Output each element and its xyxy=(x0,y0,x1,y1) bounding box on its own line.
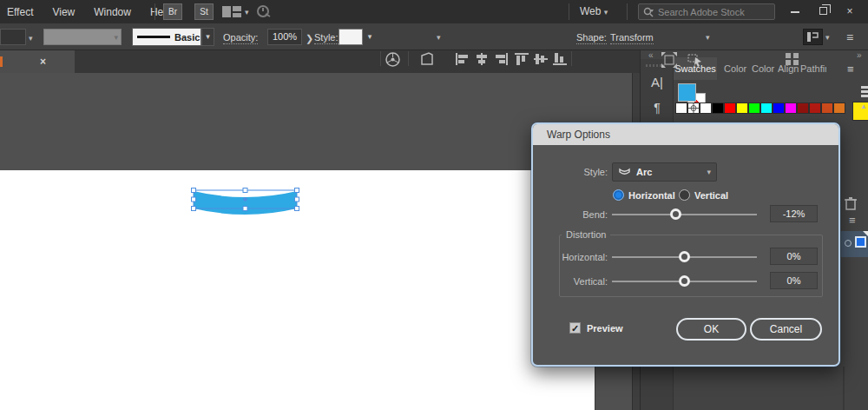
align-right-icon[interactable] xyxy=(494,53,508,67)
align-left-icon[interactable] xyxy=(456,53,470,67)
opacity-value-input[interactable]: 100% xyxy=(267,29,302,45)
arc-icon xyxy=(618,167,631,177)
swatch-none[interactable] xyxy=(675,102,687,114)
bend-slider-track[interactable] xyxy=(612,214,757,215)
vertical-radio-label[interactable]: Vertical xyxy=(694,190,728,201)
recolor-artwork-icon[interactable] xyxy=(385,52,400,69)
chevron-down-icon[interactable]: ▾ xyxy=(29,34,33,43)
distortion-vertical-knob[interactable] xyxy=(679,275,690,287)
panel-menu-icon[interactable]: ≡ xyxy=(849,214,856,227)
selection-handle[interactable] xyxy=(243,188,247,193)
selection-handle[interactable] xyxy=(192,197,196,202)
swatch-black[interactable] xyxy=(712,102,724,114)
style-label[interactable]: Style: xyxy=(314,32,339,44)
close-button[interactable]: × xyxy=(838,3,861,20)
close-tab-icon[interactable]: × xyxy=(40,56,46,68)
divider xyxy=(155,3,155,20)
tab-pathfinder[interactable]: Pathfinder xyxy=(800,57,826,80)
swatch-cyan[interactable] xyxy=(760,102,773,114)
layers-panel-row[interactable] xyxy=(841,231,868,257)
touch-workspace-icon[interactable] xyxy=(786,53,799,67)
adobe-stock-search-input[interactable]: Search Adobe Stock xyxy=(638,3,775,20)
swatch-orange-red[interactable] xyxy=(821,102,833,114)
bend-value-input[interactable]: -12% xyxy=(770,205,818,222)
horizontal-radio[interactable] xyxy=(613,189,624,201)
selection-handle[interactable] xyxy=(192,207,196,211)
opacity-stepper[interactable]: ❯ xyxy=(306,33,313,44)
distortion-horizontal-input[interactable]: 0% xyxy=(770,248,818,265)
select-similar-icon[interactable] xyxy=(687,52,703,69)
swatch-blue[interactable] xyxy=(773,102,785,114)
paragraph-panel-icon[interactable]: ¶ xyxy=(641,101,674,115)
swatch-red[interactable] xyxy=(724,102,736,114)
dialog-title[interactable]: Warp Options xyxy=(533,124,838,145)
align-center-icon[interactable] xyxy=(475,53,489,67)
ok-button[interactable]: OK xyxy=(676,318,746,341)
selection-handle[interactable] xyxy=(295,197,299,202)
selection-handle[interactable] xyxy=(243,207,247,211)
align-middle-icon[interactable] xyxy=(534,53,548,67)
menu-item-view[interactable]: View xyxy=(52,6,75,18)
restore-button[interactable] xyxy=(812,3,834,20)
align-bottom-icon[interactable] xyxy=(553,53,567,67)
chevron-down-icon[interactable]: ▾ xyxy=(706,33,710,42)
swatch-registration[interactable] xyxy=(687,102,700,114)
stroke-color-well[interactable] xyxy=(0,29,26,45)
selection-handle[interactable] xyxy=(192,188,196,193)
scroll-up-icon[interactable]: ▲ xyxy=(860,102,867,110)
delete-swatch-icon[interactable] xyxy=(845,196,857,212)
chevron-down-icon[interactable]: ▾ xyxy=(364,29,376,45)
menu-item-window[interactable]: Window xyxy=(94,6,131,18)
chevron-down-icon[interactable]: ▾ xyxy=(245,8,249,17)
swatch-white[interactable] xyxy=(700,102,712,114)
cancel-button[interactable]: Cancel xyxy=(750,318,822,341)
distortion-horizontal-knob[interactable] xyxy=(679,251,690,262)
preview-checkbox[interactable]: ✓ xyxy=(569,322,581,334)
document-tab[interactable]: × xyxy=(0,50,75,73)
gpu-performance-icon[interactable] xyxy=(257,5,273,20)
swatch-magenta[interactable] xyxy=(785,102,797,114)
opacity-label[interactable]: Opacity: xyxy=(223,32,258,44)
vertical-radio[interactable] xyxy=(679,189,690,201)
brush-definition-select[interactable]: Basic xyxy=(132,28,201,46)
arrange-documents-icon[interactable] xyxy=(222,6,241,19)
panel-tab-menu-icon[interactable]: ≡ xyxy=(847,63,854,76)
chevron-down-icon[interactable]: ▾ xyxy=(437,33,441,42)
selected-warped-shape[interactable] xyxy=(174,174,321,228)
swatch-crimson[interactable] xyxy=(809,102,821,114)
character-panel-icon[interactable]: A| xyxy=(641,75,674,89)
shape-label[interactable]: Shape: xyxy=(576,32,607,44)
selection-handle[interactable] xyxy=(295,207,299,211)
warp-style-select[interactable]: Arc ▾ xyxy=(612,162,717,182)
target-icon[interactable] xyxy=(845,240,852,247)
bridge-button[interactable]: Br xyxy=(163,3,182,20)
align-top-icon[interactable] xyxy=(515,53,529,67)
variable-width-profile-select[interactable]: ▾ xyxy=(43,29,122,45)
layer-thumbnail[interactable] xyxy=(855,236,866,248)
distortion-vertical-input[interactable]: 0% xyxy=(770,272,818,289)
swatch-green[interactable] xyxy=(748,102,760,114)
minimize-button[interactable] xyxy=(784,3,806,20)
swatch-orange[interactable] xyxy=(833,102,845,114)
document-setup-icon[interactable] xyxy=(419,52,435,69)
bend-slider-knob[interactable] xyxy=(670,208,681,220)
swatch-yellow[interactable] xyxy=(736,102,748,114)
free-transform-icon[interactable] xyxy=(661,52,677,69)
control-bar-menu-icon[interactable]: ≡ xyxy=(846,30,853,44)
workspace-switcher[interactable]: Web ▾ xyxy=(580,5,608,17)
tab-color-guide[interactable]: Color Guide xyxy=(752,57,776,80)
stock-button[interactable]: St xyxy=(194,3,214,20)
menu-item-effect[interactable]: Effect xyxy=(7,6,33,18)
list-view-icon[interactable] xyxy=(861,85,868,98)
selection-handle[interactable] xyxy=(295,188,299,193)
preview-label[interactable]: Preview xyxy=(587,323,623,334)
swatch-dark-red[interactable] xyxy=(797,102,809,114)
panel-dock-toggle[interactable] xyxy=(803,29,823,45)
transform-label[interactable]: Transform xyxy=(610,32,654,44)
chevron-down-icon[interactable]: ▾ xyxy=(825,33,830,42)
horizontal-radio-label[interactable]: Horizontal xyxy=(628,190,675,201)
chevron-down-icon[interactable]: ▾ xyxy=(201,28,214,46)
tab-color[interactable]: Color xyxy=(724,57,752,80)
fill-proxy[interactable] xyxy=(678,83,696,102)
graphic-style-swatch[interactable] xyxy=(339,29,363,45)
